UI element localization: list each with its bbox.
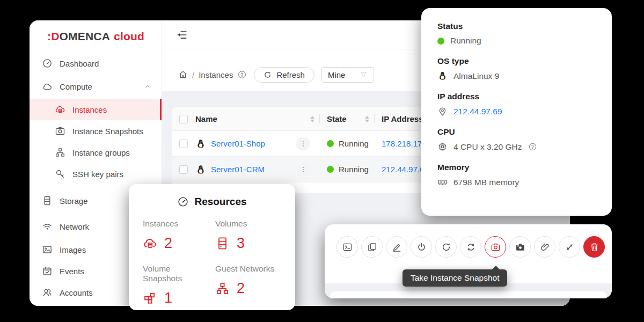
- logo-suffix: cloud: [114, 30, 144, 43]
- ip-address-link[interactable]: 212.44.97.69: [453, 107, 502, 116]
- select-all-cell: [172, 107, 195, 130]
- stop-instance-button[interactable]: [411, 236, 432, 258]
- terminal-icon: [342, 242, 353, 252]
- sidebar-item-dashboard[interactable]: Dashboard: [30, 53, 162, 74]
- sidebar-item-instance-snapshots[interactable]: Instance Snapshots: [30, 120, 162, 142]
- funnel-icon: [360, 71, 368, 79]
- sidebar-item-label: Instances: [72, 105, 107, 114]
- running-status-dot: [437, 38, 444, 45]
- chevron-up-icon: [144, 83, 151, 90]
- detail-value: 4 CPU x 3.20 GHz: [437, 142, 596, 152]
- sidebar-item-ssh-key-pairs[interactable]: SSH key pairs: [30, 163, 162, 185]
- instance-name-link[interactable]: Server01-CRM: [211, 165, 291, 174]
- detail-label: Status: [437, 21, 596, 31]
- state-cell: Running: [320, 139, 375, 148]
- resource-label: Volume Snapshots: [143, 264, 209, 283]
- resource-count: 1: [164, 290, 172, 306]
- scale-instance-button[interactable]: [559, 236, 580, 258]
- instance-cloud-icon: [143, 236, 157, 251]
- sidebar-item-instance-groups[interactable]: Instance groups: [30, 142, 162, 163]
- sidebar-item-instances[interactable]: Instances: [30, 99, 162, 120]
- refresh-button[interactable]: Refresh: [254, 67, 314, 83]
- resource-label: Volumes: [215, 219, 281, 229]
- resource-stat-guest-networks: Guest Networks 2: [215, 264, 281, 306]
- cpu-chip-icon: [437, 142, 448, 152]
- row-actions-menu[interactable]: [296, 137, 310, 151]
- edit-button[interactable]: [386, 236, 407, 258]
- camera-icon: [491, 242, 501, 252]
- resource-label: Instances: [143, 219, 209, 229]
- calendar-check-icon: [42, 266, 53, 276]
- os-type-text: AlmaLinux 9: [453, 71, 499, 81]
- tux-penguin-icon: [437, 71, 448, 81]
- take-volume-snapshot-button[interactable]: [509, 236, 531, 258]
- select-all-checkbox[interactable]: [179, 115, 188, 123]
- sort-icon[interactable]: [365, 116, 369, 122]
- question-circle-icon[interactable]: [237, 70, 247, 79]
- detail-value: 6798 MB memory: [437, 177, 596, 187]
- console-button[interactable]: [336, 236, 358, 258]
- map-pin-icon: [437, 106, 448, 116]
- blocks-icon: [143, 291, 157, 305]
- state-label: Running: [339, 139, 369, 148]
- resource-count: 3: [237, 235, 245, 252]
- detail-section-memory: Memory 6798 MB memory: [437, 163, 596, 187]
- running-status-dot: [327, 140, 334, 147]
- detail-section-status: Status Running: [437, 21, 596, 46]
- org-group-icon: [55, 147, 65, 158]
- logo-mark: :D: [47, 30, 60, 43]
- logo-name: OMENCA: [60, 30, 111, 43]
- resource-count: 2: [237, 280, 245, 297]
- memory-text: 6798 MB memory: [453, 178, 519, 187]
- ram-icon: [437, 177, 448, 187]
- breadcrumb-separator: /: [192, 70, 194, 79]
- sidebar-item-label: Accounts: [60, 288, 93, 297]
- reload-icon: [264, 71, 272, 79]
- resource-value: 3: [215, 235, 281, 252]
- filter-value: Mine: [328, 70, 346, 79]
- question-circle-icon[interactable]: [528, 142, 537, 151]
- reboot-instance-button[interactable]: [435, 236, 457, 258]
- sidebar-item-label: Storage: [60, 196, 88, 206]
- actions-toolbar: [325, 224, 612, 258]
- instance-details-panel: Status Running OS type AlmaLinux 9 IP ad…: [421, 8, 612, 216]
- copy-button[interactable]: [361, 236, 383, 258]
- network-tree-icon: [215, 281, 230, 296]
- detail-section-os-type: OS type AlmaLinux 9: [437, 56, 596, 81]
- volume-tower-icon: [215, 236, 230, 251]
- reinstall-instance-button[interactable]: [460, 236, 481, 258]
- instance-name-link[interactable]: Server01-Shop: [211, 139, 291, 148]
- key-icon: [55, 169, 65, 179]
- name-cell: Server01-Shop: [195, 131, 320, 156]
- detail-label: Memory: [437, 163, 596, 172]
- sidebar-item-label: Instance Snapshots: [72, 127, 143, 136]
- row-checkbox-cell: [172, 131, 195, 156]
- column-label: State: [327, 114, 347, 123]
- wifi-icon: [42, 221, 53, 232]
- row-checkbox[interactable]: [179, 140, 188, 148]
- sidebar-item-label: Compute: [60, 82, 92, 91]
- take-instance-snapshot-button[interactable]: [485, 236, 506, 258]
- edit-pencil-icon: [392, 242, 402, 252]
- refresh-label: Refresh: [276, 70, 305, 79]
- paperclip-icon: [540, 242, 550, 252]
- home-icon[interactable]: [178, 70, 188, 79]
- detail-value: AlmaLinux 9: [437, 71, 596, 81]
- attach-iso-button[interactable]: [534, 236, 555, 258]
- row-checkbox[interactable]: [179, 165, 188, 174]
- column-header-name[interactable]: Name: [195, 107, 320, 130]
- resource-label: Guest Networks: [215, 264, 281, 274]
- sidebar-collapse-icon[interactable]: [176, 29, 188, 41]
- destroy-instance-button[interactable]: [583, 236, 605, 258]
- filter-select[interactable]: Mine: [321, 67, 374, 83]
- sidebar-item-compute[interactable]: Compute: [30, 76, 162, 97]
- gauge-icon: [177, 196, 189, 208]
- camera-filled-icon: [515, 242, 525, 252]
- sort-icon[interactable]: [310, 116, 314, 122]
- column-header-state[interactable]: State: [320, 107, 375, 130]
- row-actions-menu[interactable]: [296, 163, 310, 177]
- resource-value: 2: [143, 235, 209, 252]
- sidebar-item-label: SSH key pairs: [72, 170, 123, 179]
- sidebar-item-label: Network: [60, 222, 89, 231]
- reload-icon: [441, 242, 451, 252]
